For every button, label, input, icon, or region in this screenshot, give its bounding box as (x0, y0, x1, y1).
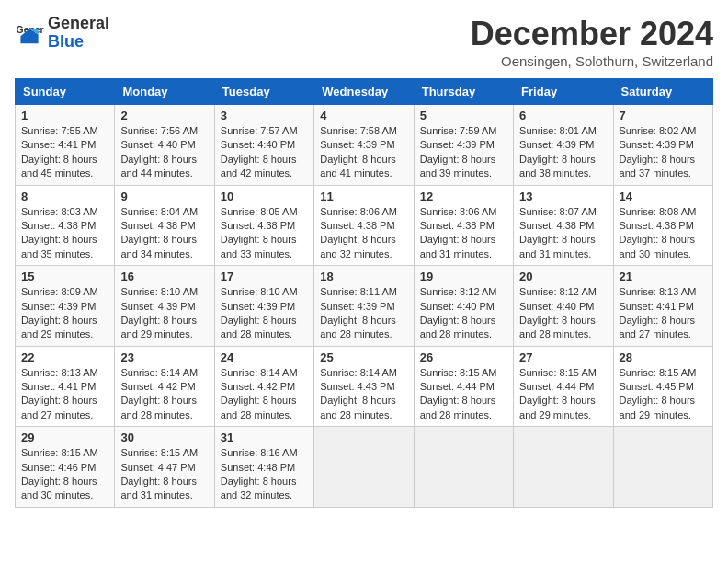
logo: General General Blue (15, 15, 109, 52)
day-info: Sunrise: 8:09 AM Sunset: 4:39 PM Dayligh… (21, 285, 108, 342)
week-row-1: 1 Sunrise: 7:55 AM Sunset: 4:41 PM Dayli… (16, 105, 713, 186)
calendar-cell (613, 427, 712, 508)
day-info: Sunrise: 7:59 AM Sunset: 4:39 PM Dayligh… (420, 124, 507, 181)
day-info: Sunrise: 8:11 AM Sunset: 4:39 PM Dayligh… (320, 285, 407, 342)
day-info: Sunrise: 7:58 AM Sunset: 4:39 PM Dayligh… (320, 124, 407, 181)
weekday-header-friday: Friday (514, 79, 613, 105)
calendar-cell: 18 Sunrise: 8:11 AM Sunset: 4:39 PM Dayl… (314, 266, 414, 347)
calendar-cell: 8 Sunrise: 8:03 AM Sunset: 4:38 PM Dayli… (16, 185, 115, 266)
page-header: General General Blue December 2024 Oensi… (15, 15, 713, 69)
calendar-cell: 28 Sunrise: 8:15 AM Sunset: 4:45 PM Dayl… (613, 346, 712, 427)
day-info: Sunrise: 8:15 AM Sunset: 4:44 PM Dayligh… (519, 366, 607, 423)
day-info: Sunrise: 8:16 AM Sunset: 4:48 PM Dayligh… (221, 446, 308, 503)
day-info: Sunrise: 7:55 AM Sunset: 4:41 PM Dayligh… (21, 124, 108, 181)
calendar-cell: 20 Sunrise: 8:12 AM Sunset: 4:40 PM Dayl… (514, 266, 613, 347)
day-number: 21 (620, 270, 707, 283)
calendar-cell: 5 Sunrise: 7:59 AM Sunset: 4:39 PM Dayli… (414, 105, 513, 186)
day-info: Sunrise: 8:15 AM Sunset: 4:46 PM Dayligh… (21, 446, 108, 503)
day-number: 29 (21, 431, 108, 444)
day-info: Sunrise: 8:12 AM Sunset: 4:40 PM Dayligh… (519, 285, 607, 342)
day-info: Sunrise: 8:13 AM Sunset: 4:41 PM Dayligh… (620, 285, 707, 342)
weekday-header-saturday: Saturday (613, 79, 712, 105)
day-number: 5 (420, 109, 507, 122)
calendar-cell: 14 Sunrise: 8:08 AM Sunset: 4:38 PM Dayl… (613, 185, 712, 266)
week-row-4: 22 Sunrise: 8:13 AM Sunset: 4:41 PM Dayl… (16, 346, 713, 427)
calendar-cell: 1 Sunrise: 7:55 AM Sunset: 4:41 PM Dayli… (16, 105, 115, 186)
day-number: 3 (221, 109, 308, 122)
day-number: 2 (120, 109, 208, 122)
weekday-header-sunday: Sunday (16, 79, 115, 105)
month-title: December 2024 (471, 15, 713, 53)
week-row-3: 15 Sunrise: 8:09 AM Sunset: 4:39 PM Dayl… (16, 266, 713, 347)
day-number: 9 (120, 190, 208, 203)
calendar-cell: 7 Sunrise: 8:02 AM Sunset: 4:39 PM Dayli… (613, 105, 712, 186)
day-number: 26 (420, 350, 507, 364)
day-number: 25 (320, 350, 407, 364)
day-info: Sunrise: 7:56 AM Sunset: 4:40 PM Dayligh… (120, 124, 208, 181)
calendar-cell: 9 Sunrise: 8:04 AM Sunset: 4:38 PM Dayli… (115, 185, 214, 266)
calendar-cell: 29 Sunrise: 8:15 AM Sunset: 4:46 PM Dayl… (16, 427, 115, 508)
calendar-cell: 22 Sunrise: 8:13 AM Sunset: 4:41 PM Dayl… (16, 346, 115, 427)
day-number: 18 (320, 270, 407, 283)
calendar-cell: 10 Sunrise: 8:05 AM Sunset: 4:38 PM Dayl… (214, 185, 313, 266)
calendar-cell (514, 427, 613, 508)
day-info: Sunrise: 8:14 AM Sunset: 4:43 PM Dayligh… (320, 366, 407, 423)
day-info: Sunrise: 8:05 AM Sunset: 4:38 PM Dayligh… (221, 205, 308, 262)
day-info: Sunrise: 8:03 AM Sunset: 4:38 PM Dayligh… (21, 205, 108, 262)
logo-text: General Blue (48, 15, 109, 52)
calendar-cell: 15 Sunrise: 8:09 AM Sunset: 4:39 PM Dayl… (16, 266, 115, 347)
calendar-cell: 12 Sunrise: 8:06 AM Sunset: 4:38 PM Dayl… (414, 185, 513, 266)
day-info: Sunrise: 8:12 AM Sunset: 4:40 PM Dayligh… (420, 285, 507, 342)
calendar-cell: 19 Sunrise: 8:12 AM Sunset: 4:40 PM Dayl… (414, 266, 513, 347)
calendar-cell: 25 Sunrise: 8:14 AM Sunset: 4:43 PM Dayl… (314, 346, 414, 427)
calendar-cell: 11 Sunrise: 8:06 AM Sunset: 4:38 PM Dayl… (314, 185, 414, 266)
day-number: 10 (221, 190, 308, 203)
weekday-header-row: SundayMondayTuesdayWednesdayThursdayFrid… (16, 79, 713, 105)
day-number: 23 (120, 350, 208, 364)
day-info: Sunrise: 8:02 AM Sunset: 4:39 PM Dayligh… (620, 124, 707, 181)
day-number: 7 (620, 109, 707, 122)
day-number: 8 (21, 190, 108, 203)
day-info: Sunrise: 8:06 AM Sunset: 4:38 PM Dayligh… (320, 205, 407, 262)
weekday-header-thursday: Thursday (414, 79, 513, 105)
day-number: 14 (620, 190, 707, 203)
day-number: 24 (221, 350, 308, 364)
calendar-cell (414, 427, 513, 508)
calendar-cell: 4 Sunrise: 7:58 AM Sunset: 4:39 PM Dayli… (314, 105, 414, 186)
day-number: 17 (221, 270, 308, 283)
calendar-table: SundayMondayTuesdayWednesdayThursdayFrid… (15, 78, 713, 508)
day-number: 16 (120, 270, 208, 283)
logo-icon: General (15, 18, 44, 48)
day-number: 4 (320, 109, 407, 122)
calendar-cell (314, 427, 414, 508)
day-info: Sunrise: 8:10 AM Sunset: 4:39 PM Dayligh… (221, 285, 308, 342)
day-number: 28 (620, 350, 707, 364)
day-number: 27 (519, 350, 607, 364)
day-number: 30 (120, 431, 208, 444)
day-number: 31 (221, 431, 308, 444)
calendar-cell: 17 Sunrise: 8:10 AM Sunset: 4:39 PM Dayl… (214, 266, 313, 347)
day-info: Sunrise: 8:15 AM Sunset: 4:44 PM Dayligh… (420, 366, 507, 423)
day-info: Sunrise: 7:57 AM Sunset: 4:40 PM Dayligh… (221, 124, 308, 181)
day-info: Sunrise: 8:14 AM Sunset: 4:42 PM Dayligh… (120, 366, 208, 423)
calendar-cell: 24 Sunrise: 8:14 AM Sunset: 4:42 PM Dayl… (214, 346, 313, 427)
day-number: 6 (519, 109, 607, 122)
day-info: Sunrise: 8:01 AM Sunset: 4:39 PM Dayligh… (519, 124, 607, 181)
location-title: Oensingen, Solothurn, Switzerland (471, 53, 713, 69)
calendar-cell: 6 Sunrise: 8:01 AM Sunset: 4:39 PM Dayli… (514, 105, 613, 186)
day-info: Sunrise: 8:15 AM Sunset: 4:45 PM Dayligh… (620, 366, 707, 423)
day-info: Sunrise: 8:10 AM Sunset: 4:39 PM Dayligh… (120, 285, 208, 342)
weekday-header-monday: Monday (115, 79, 214, 105)
weekday-header-tuesday: Tuesday (214, 79, 313, 105)
day-number: 22 (21, 350, 108, 364)
week-row-2: 8 Sunrise: 8:03 AM Sunset: 4:38 PM Dayli… (16, 185, 713, 266)
week-row-5: 29 Sunrise: 8:15 AM Sunset: 4:46 PM Dayl… (16, 427, 713, 508)
day-number: 15 (21, 270, 108, 283)
calendar-cell: 31 Sunrise: 8:16 AM Sunset: 4:48 PM Dayl… (214, 427, 313, 508)
day-info: Sunrise: 8:15 AM Sunset: 4:47 PM Dayligh… (120, 446, 208, 503)
calendar-cell: 2 Sunrise: 7:56 AM Sunset: 4:40 PM Dayli… (115, 105, 214, 186)
calendar-cell: 16 Sunrise: 8:10 AM Sunset: 4:39 PM Dayl… (115, 266, 214, 347)
calendar-cell: 21 Sunrise: 8:13 AM Sunset: 4:41 PM Dayl… (613, 266, 712, 347)
day-info: Sunrise: 8:08 AM Sunset: 4:38 PM Dayligh… (620, 205, 707, 262)
weekday-header-wednesday: Wednesday (314, 79, 414, 105)
